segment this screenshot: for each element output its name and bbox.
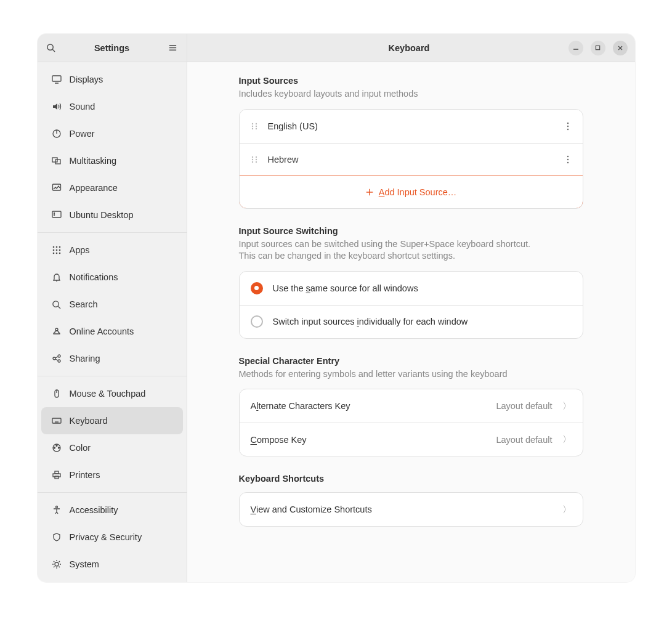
svg-point-0 <box>47 44 53 50</box>
hamburger-icon[interactable] <box>166 41 180 55</box>
svg-line-1 <box>52 49 55 52</box>
sidebar-item-accessibility[interactable]: Accessibility <box>41 496 183 524</box>
sidebar-item-sound[interactable]: Sound <box>41 93 183 120</box>
sidebar-item-ubuntu-desktop[interactable]: Ubuntu Desktop <box>41 201 183 229</box>
sidebar-item-privacy-security[interactable]: Privacy & Security <box>41 524 183 551</box>
sidebar-item-label: Accessibility <box>70 505 118 515</box>
shortcuts-group: View and Customize Shortcuts 〉 <box>239 492 583 527</box>
special-entry-row[interactable]: Compose KeyLayout default〉 <box>240 423 583 456</box>
svg-point-19 <box>55 249 57 251</box>
sidebar-item-label: Appearance <box>70 183 118 193</box>
view-shortcuts-row[interactable]: View and Customize Shortcuts 〉 <box>240 493 583 526</box>
sidebar-item-label: Printers <box>70 470 100 480</box>
sidebar-separator <box>38 232 187 233</box>
system-icon <box>51 559 62 570</box>
ubuntu-desktop-icon <box>51 209 62 221</box>
svg-point-27 <box>53 357 55 360</box>
switching-option-same[interactable]: Use the same source for all windows <box>240 272 583 305</box>
svg-point-23 <box>59 253 60 254</box>
online-accounts-icon <box>51 326 62 337</box>
sidebar-item-system[interactable]: System <box>41 551 183 578</box>
sidebar-item-appearance[interactable]: Appearance <box>41 174 183 201</box>
sidebar-item-label: Apps <box>70 245 90 255</box>
sidebar-item-label: Keyboard <box>70 416 108 426</box>
special-entry-row[interactable]: Alternate Characters KeyLayout default〉 <box>240 389 583 423</box>
sidebar-header: Settings <box>38 34 187 62</box>
appearance-icon <box>51 182 62 193</box>
svg-point-22 <box>55 253 57 254</box>
sidebar-item-label: Power <box>70 129 95 139</box>
more-icon[interactable] <box>564 153 572 166</box>
sidebar-item-mouse-touchpad[interactable]: Mouse & Touchpad <box>41 380 183 407</box>
mouse-touchpad-icon <box>51 388 62 399</box>
drag-handle-icon[interactable] <box>251 122 258 131</box>
sharing-icon <box>51 353 62 364</box>
multitasking-icon <box>51 155 62 166</box>
section-title-input-sources: Input Sources <box>239 76 583 86</box>
keyboard-icon <box>51 415 62 426</box>
svg-point-24 <box>53 301 59 306</box>
svg-point-69 <box>567 162 568 163</box>
svg-point-60 <box>567 128 568 129</box>
sidebar-item-printers[interactable]: Printers <box>41 461 183 488</box>
section-desc-special: Methods for entering symbols and letter … <box>239 368 583 381</box>
input-source-row[interactable]: Hebrew <box>240 143 583 176</box>
section-desc-switching: Input sources can be switched using the … <box>239 238 583 262</box>
svg-point-57 <box>255 128 256 129</box>
sidebar-item-label: Sharing <box>70 354 100 363</box>
chevron-right-icon: 〉 <box>562 434 572 445</box>
sidebar-title: Settings <box>59 43 166 53</box>
section-desc-input-sources: Includes keyboard layouts and input meth… <box>239 88 583 100</box>
chevron-right-icon: 〉 <box>562 400 572 412</box>
sidebar-item-keyboard[interactable]: Keyboard <box>41 407 183 434</box>
sidebar-item-notifications[interactable]: Notifications <box>41 264 183 291</box>
add-input-source-button[interactable]: Add Input Source… <box>239 176 583 209</box>
apps-icon <box>51 245 62 256</box>
svg-point-68 <box>567 159 568 160</box>
sidebar-item-label: Sound <box>70 102 95 111</box>
sidebar-item-apps[interactable]: Apps <box>41 237 183 264</box>
sidebar-item-multitasking[interactable]: Multitasking <box>41 147 183 174</box>
svg-point-54 <box>251 125 253 126</box>
sidebar-item-power[interactable]: Power <box>41 120 183 147</box>
switching-option-individual-label: Switch input sources individually for ea… <box>273 317 572 326</box>
sidebar-item-color[interactable]: Color <box>41 434 183 461</box>
printers-icon <box>51 469 62 480</box>
radio-icon <box>251 315 263 328</box>
sidebar-item-online-accounts[interactable]: Online Accounts <box>41 318 183 345</box>
svg-point-58 <box>567 122 568 123</box>
svg-rect-45 <box>55 476 59 479</box>
input-source-row[interactable]: English (US) <box>240 110 583 143</box>
svg-line-25 <box>58 306 60 309</box>
svg-point-13 <box>54 213 54 213</box>
special-group: Alternate Characters KeyLayout default〉C… <box>239 389 583 456</box>
sidebar-item-label: Online Accounts <box>70 326 134 336</box>
input-source-name: Hebrew <box>268 155 554 164</box>
radio-icon <box>251 282 263 294</box>
page-title: Keyboard <box>250 43 569 53</box>
svg-point-56 <box>251 128 253 129</box>
sidebar-item-label: Multitasking <box>70 156 117 166</box>
sidebar-item-label: System <box>70 559 99 569</box>
sound-icon <box>51 101 62 112</box>
search-icon[interactable] <box>44 41 59 55</box>
sidebar-item-sharing[interactable]: Sharing <box>41 345 183 372</box>
svg-rect-44 <box>55 471 59 474</box>
sidebar-item-search[interactable]: Search <box>41 291 183 318</box>
svg-point-63 <box>251 159 253 160</box>
special-entry-value: Layout default <box>496 435 552 445</box>
more-icon[interactable] <box>564 120 572 133</box>
search-icon <box>51 299 62 310</box>
color-icon <box>51 442 62 453</box>
main-panel: Keyboard Input Sources Includes keyboard… <box>187 34 635 582</box>
sidebar-item-displays[interactable]: Displays <box>41 66 183 93</box>
svg-point-62 <box>255 156 256 158</box>
maximize-button[interactable] <box>591 41 605 55</box>
switching-option-individual[interactable]: Switch input sources individually for ea… <box>240 305 583 338</box>
drag-handle-icon[interactable] <box>251 155 258 164</box>
section-title-special: Special Character Entry <box>239 356 583 366</box>
minimize-button[interactable] <box>569 41 583 55</box>
close-button[interactable] <box>613 41 628 55</box>
input-source-name: English (US) <box>268 121 554 131</box>
privacy-security-icon <box>51 532 62 543</box>
